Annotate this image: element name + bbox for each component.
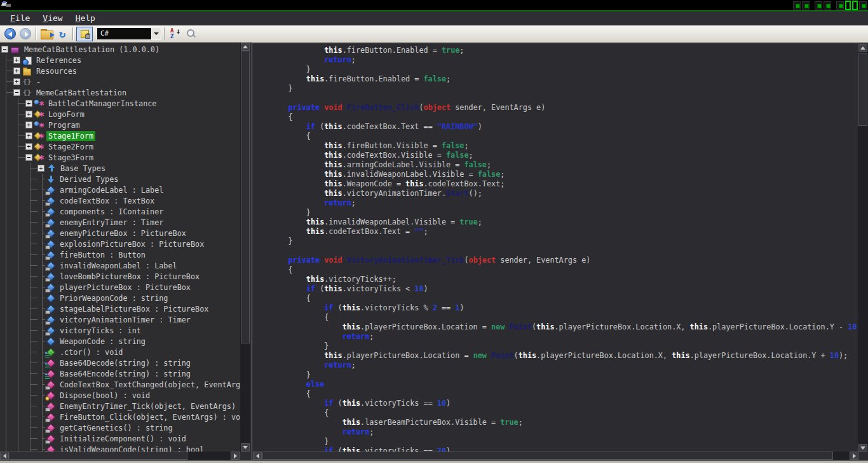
restore-button-icon[interactable] <box>852 1 858 10</box>
class-icon <box>34 99 44 109</box>
scroll-right-icon[interactable] <box>231 452 240 460</box>
code-horizontal-scrollbar[interactable] <box>253 452 858 460</box>
tree-item[interactable]: CodeTextBox_TextChanged(object, EventArg… <box>1 379 240 390</box>
code-vscroll-thumb[interactable] <box>858 53 867 126</box>
tree-hscroll-thumb[interactable] <box>10 452 187 460</box>
method-prot-icon <box>45 390 56 401</box>
close-button-icon[interactable] <box>859 1 867 10</box>
search-button[interactable] <box>183 27 198 41</box>
tree-item[interactable]: playerPictureBox : PictureBox <box>1 282 240 293</box>
scroll-right-icon[interactable] <box>850 452 858 460</box>
scroll-left-icon[interactable] <box>0 452 9 460</box>
expand-icon[interactable] <box>13 57 20 64</box>
collapse-icon[interactable] <box>13 89 20 96</box>
expand-icon[interactable] <box>25 143 32 150</box>
sort-button[interactable]: AZ↓ <box>168 27 183 41</box>
menu-view[interactable]: View <box>36 11 69 25</box>
code-vertical-scrollbar[interactable] <box>858 44 868 452</box>
tree-item[interactable]: References <box>1 55 240 66</box>
tree-item[interactable]: codeTextBox : TextBox <box>1 195 240 206</box>
expand-icon[interactable] <box>37 165 44 172</box>
tree-item[interactable]: LogoForm <box>1 109 240 120</box>
tree-item[interactable]: loveBombPictureBox : PictureBox <box>1 271 240 282</box>
tree-item[interactable]: victoryTicks : int <box>1 325 240 336</box>
tree-guide-line <box>37 422 44 433</box>
tree-item[interactable]: Stage3Form <box>1 152 240 163</box>
tree-item[interactable]: Base64Decode(string) : string <box>1 357 240 368</box>
tree-item[interactable]: FireButton_Click(object, EventArgs) : vo… <box>1 411 240 422</box>
back-button[interactable] <box>3 27 18 41</box>
language-combobox[interactable]: C# <box>97 27 161 40</box>
menu-help[interactable]: Help <box>69 11 102 25</box>
collapse-icon[interactable] <box>25 154 32 161</box>
tree-item[interactable]: invalidWeaponLabel : Label <box>1 260 240 271</box>
tree-item[interactable]: Base Types <box>1 163 240 174</box>
tree-item[interactable]: fireButton : Button <box>1 249 240 260</box>
tree-guide-line <box>1 357 13 368</box>
scroll-down-icon[interactable] <box>241 443 250 452</box>
tree-item[interactable]: Dispose(bool) : void <box>1 390 240 401</box>
tree-item[interactable]: stageLabelPictureBox : PictureBox <box>1 303 240 314</box>
tree-item[interactable]: getCatGenetics() : string <box>1 422 240 433</box>
tree-vertical-scrollbar[interactable] <box>240 43 250 452</box>
expand-icon[interactable] <box>25 132 32 139</box>
code-hscroll-thumb[interactable] <box>262 452 833 460</box>
tree-horizontal-scrollbar[interactable] <box>0 452 240 460</box>
assembly-list-toggle-button[interactable] <box>76 27 93 41</box>
tree-item[interactable]: PriorWeaponCode : string <box>1 293 240 303</box>
tree-item[interactable]: InitializeComponent() : void <box>1 433 240 444</box>
menu-file[interactable]: File <box>4 11 36 25</box>
tree-item[interactable]: victoryAnimationTimer : Timer <box>1 314 240 325</box>
tree-guide-line <box>1 87 13 98</box>
expand-icon[interactable] <box>13 67 20 74</box>
field-icon <box>45 282 56 293</box>
tree-item[interactable]: isValidWeaponCode(string) : bool <box>1 444 240 452</box>
tree-item[interactable]: - <box>1 76 240 87</box>
tree-item[interactable]: Stage2Form <box>1 141 240 152</box>
tree-item[interactable]: .ctor() : void <box>1 347 240 357</box>
tree-item[interactable]: Derived Types <box>1 174 240 184</box>
tree-item[interactable]: Stage1Form <box>1 130 240 141</box>
window-button-icon[interactable] <box>793 1 801 10</box>
tree-item[interactable]: components : IContainer <box>1 206 240 217</box>
tree-guide-line <box>1 184 13 195</box>
tree-item[interactable]: Resources <box>1 66 240 76</box>
scroll-up-icon[interactable] <box>858 44 867 52</box>
tree-vscroll-thumb[interactable] <box>241 52 250 343</box>
expand-icon[interactable] <box>25 121 32 128</box>
forward-button[interactable] <box>18 27 33 41</box>
tree-guide-line <box>13 282 25 293</box>
window-button-icon[interactable] <box>802 1 810 10</box>
expand-icon[interactable] <box>13 78 20 85</box>
tree-guide-line <box>13 411 25 422</box>
tree-item[interactable]: Base64Encode(string) : string <box>1 368 240 379</box>
open-button[interactable] <box>39 27 55 41</box>
tree-guide-line <box>37 174 44 184</box>
tree-item[interactable]: Program <box>1 120 240 130</box>
titlebar[interactable] <box>0 0 868 10</box>
maximize-button-icon[interactable] <box>845 1 851 10</box>
tree-item[interactable]: enemyPictureBox : PictureBox <box>1 228 240 238</box>
decompiled-code[interactable]: this.fireButton.Enabled = true; return; … <box>252 44 858 452</box>
collapse-icon[interactable] <box>1 46 8 53</box>
window-button-icon[interactable] <box>815 1 822 10</box>
tree-item[interactable]: enemyEntryTimer : Timer <box>1 217 240 228</box>
scroll-down-icon[interactable] <box>858 444 867 452</box>
tree-item[interactable]: armingCodeLabel : Label <box>1 184 240 195</box>
tree-item[interactable]: WeaponCode : string <box>1 336 240 347</box>
expand-icon[interactable] <box>25 111 32 118</box>
tree-item[interactable]: EnemyEntryTimer_Tick(object, EventArgs) … <box>1 401 240 411</box>
window-button-icon[interactable] <box>824 1 831 10</box>
tree-item[interactable]: explosionPictureBox : PictureBox <box>1 238 240 249</box>
tree-item[interactable]: MemeCatBattlestation (1.0.0.0) <box>1 44 240 55</box>
tree-item[interactable]: MemeCatBattlestation <box>1 87 240 98</box>
language-combobox-value: C# <box>97 28 151 39</box>
refresh-button[interactable]: ↻ <box>55 27 70 41</box>
minimize-button-icon[interactable] <box>836 1 844 10</box>
scroll-left-icon[interactable] <box>253 452 262 460</box>
expand-icon[interactable] <box>25 100 32 107</box>
scroll-up-icon[interactable] <box>241 43 250 51</box>
chevron-down-icon[interactable] <box>151 28 161 39</box>
assembly-tree[interactable]: MemeCatBattlestation (1.0.0.0)References… <box>0 43 240 452</box>
tree-item[interactable]: BattleCatManagerInstance <box>1 98 240 109</box>
